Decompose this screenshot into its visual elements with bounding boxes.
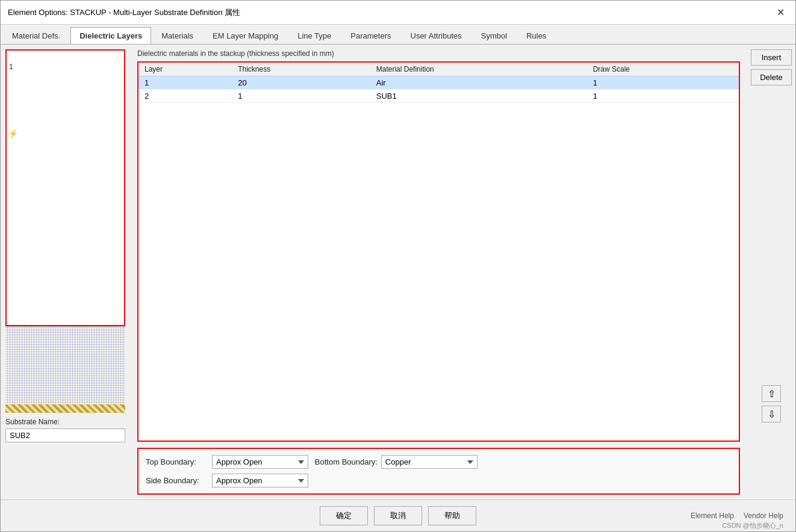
element-help-link[interactable]: Element Help [691,512,734,520]
insert-button[interactable]: Insert [751,49,792,66]
move-up-button[interactable]: ⇧ [762,385,781,402]
substrate-name-input[interactable] [5,428,125,442]
close-button[interactable]: ✕ [773,5,788,19]
footer: 确定 取消 帮助 Element Help Vendor Help CSDN @… [1,500,795,531]
cell-drawscale-1: 1 [587,76,739,90]
bottom-boundary-label: Bottom Boundary: [315,457,381,466]
tab-material-defs[interactable]: Material Defs. [3,27,69,44]
top-boundary-row: Top Boundary: Approx Open Copper Open Bo… [146,455,732,469]
info-text: Dielectric materials in the stackup (thi… [137,49,740,58]
table-row[interactable]: 2 1 SUB1 1 [138,90,739,103]
col-thickness: Thickness [232,63,370,76]
main-panel: Dielectric materials in the stackup (thi… [130,45,747,500]
dielectric-table: Layer Thickness Material Definition Draw… [138,63,739,103]
delete-button[interactable]: Delete [751,69,792,85]
left-panel: 1 ⚡ Substrate Name: [1,45,130,500]
cell-thickness-1: 20 [232,76,370,90]
side-boundary-select[interactable]: Approx Open Copper Open [212,474,308,487]
watermark: CSDN @怡步晓心_n [722,521,783,530]
col-material: Material Definition [370,63,587,76]
table-container: Layer Thickness Material Definition Draw… [137,61,740,442]
tab-rules[interactable]: Rules [517,27,555,44]
arrow-buttons: ⇧ ⇩ [762,385,781,495]
tab-em-layer-mapping[interactable]: EM Layer Mapping [204,27,287,44]
content-area: 1 ⚡ Substrate Name: Dielectric materials… [1,45,795,500]
tab-dielectric-layers[interactable]: Dielectric Layers [70,27,151,44]
side-boundary-row: Side Boundary: Approx Open Copper Open [146,474,732,487]
boundary-section: Top Boundary: Approx Open Copper Open Bo… [137,448,740,495]
bottom-boundary-select[interactable]: Approx Open Copper Open [381,455,477,469]
tab-parameters[interactable]: Parameters [341,27,400,44]
tab-symbol[interactable]: Symbol [472,27,516,44]
tab-bar: Material Defs. Dielectric Layers Materia… [1,25,795,45]
move-down-button[interactable]: ⇩ [762,406,781,422]
help-button[interactable]: 帮助 [428,506,476,525]
table-header-row: Layer Thickness Material Definition Draw… [138,63,739,76]
col-layer: Layer [138,63,232,76]
table-row[interactable]: 1 20 Air 1 [138,76,739,90]
cell-layer-2: 2 [138,90,232,103]
tab-user-attributes[interactable]: User Attributes [402,27,471,44]
cell-layer-1: 1 [138,76,232,90]
vendor-help-link[interactable]: Vendor Help [744,512,783,520]
cell-thickness-2: 1 [232,90,370,103]
top-boundary-label: Top Boundary: [146,457,212,466]
confirm-button[interactable]: 确定 [320,506,368,525]
side-boundary-label: Side Boundary: [146,476,212,485]
col-draw-scale: Draw Scale [587,63,739,76]
cell-material-1: Air [370,76,587,90]
window-title: Element Options: STACKUP - Multi-Layer S… [8,7,240,18]
substrate-name-label: Substrate Name: [5,418,125,426]
footer-right-links: Element Help Vendor Help [691,512,783,520]
edge-num-1: 1 [9,63,13,71]
title-bar: Element Options: STACKUP - Multi-Layer S… [1,1,795,25]
cell-material-2: SUB1 [370,90,587,103]
tab-materials[interactable]: Materials [152,27,202,44]
cell-drawscale-2: 1 [587,90,739,103]
tab-line-type[interactable]: Line Type [288,27,340,44]
top-boundary-select[interactable]: Approx Open Copper Open [212,455,308,469]
dialog-window: Element Options: STACKUP - Multi-Layer S… [0,0,796,532]
right-buttons-panel: Insert Delete ⇧ ⇩ [747,45,795,500]
substrate-section: Substrate Name: [5,413,125,442]
edge-icon-lightning: ⚡ [8,129,18,138]
cancel-button[interactable]: 取消 [374,506,422,525]
preview-box: 1 ⚡ [5,49,125,326]
preview-dotted [5,326,125,404]
preview-ground [5,404,125,413]
